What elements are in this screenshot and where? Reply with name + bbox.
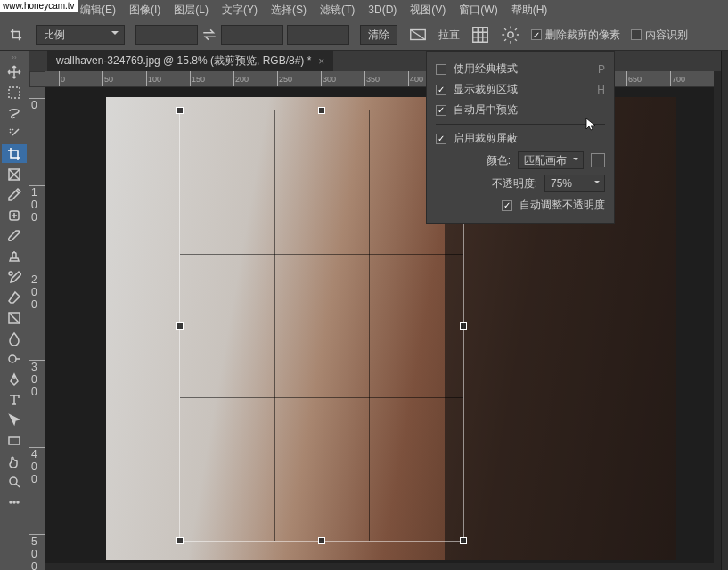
clear-button[interactable]: 清除 <box>360 25 397 45</box>
svg-point-12 <box>17 501 19 503</box>
menu-help[interactable]: 帮助(H) <box>511 3 548 18</box>
crop-handle-nw[interactable] <box>176 107 184 114</box>
option-enable-shield[interactable]: 启用裁剪屏蔽 <box>436 128 605 149</box>
shield-opacity-row: 不透明度: 75% <box>436 172 605 195</box>
option-auto-opacity[interactable]: 自动调整不透明度 <box>436 195 605 216</box>
more-tool[interactable] <box>2 493 27 511</box>
grid-line <box>274 110 275 541</box>
color-swatch[interactable] <box>591 153 605 167</box>
option-classic-mode[interactable]: 使用经典模式 P <box>436 59 605 79</box>
option-auto-center[interactable]: 自动居中预览 <box>436 100 605 120</box>
marquee-tool[interactable] <box>2 83 27 102</box>
crop-handle-se[interactable] <box>460 537 467 544</box>
svg-point-9 <box>10 477 17 484</box>
color-label: 颜色: <box>487 153 511 168</box>
gradient-tool[interactable] <box>2 308 27 327</box>
crop-handle-s[interactable] <box>318 537 325 544</box>
clone-stamp-tool[interactable] <box>2 247 27 265</box>
straighten-label: 拉直 <box>438 28 460 43</box>
delete-cropped-checkbox[interactable]: 删除裁剪的像素 <box>531 28 620 43</box>
panel-grip-icon[interactable]: ›› <box>0 53 29 61</box>
checkbox-icon <box>531 29 542 40</box>
content-aware-checkbox[interactable]: 内容识别 <box>631 28 688 43</box>
grid-line <box>369 110 370 541</box>
rectangle-tool[interactable] <box>2 431 27 450</box>
grid-line <box>180 397 463 398</box>
crop-handle-sw[interactable] <box>176 537 184 544</box>
panels-collapsed-strip[interactable] <box>721 51 728 570</box>
shortcut-label: H <box>597 84 605 96</box>
zoom-tool[interactable] <box>2 472 27 491</box>
brush-tool[interactable] <box>2 226 27 245</box>
menu-select[interactable]: 选择(S) <box>271 3 307 18</box>
document-tab-bar: wallhaven-324769.jpg @ 15.8% (裁剪预览, RGB/… <box>29 51 721 71</box>
opacity-label: 不透明度: <box>492 176 537 191</box>
crop-box[interactable] <box>179 110 464 542</box>
document-tab[interactable]: wallhaven-324769.jpg @ 15.8% (裁剪预览, RGB/… <box>47 50 333 72</box>
svg-rect-8 <box>9 437 20 444</box>
menu-bar: 编辑(E) 图像(I) 图层(L) 文字(Y) 选择(S) 滤镜(T) 3D(D… <box>0 0 728 20</box>
blur-tool[interactable] <box>2 329 27 347</box>
frame-tool[interactable] <box>2 165 27 183</box>
menu-edit[interactable]: 编辑(E) <box>80 3 116 18</box>
option-show-crop-area[interactable]: 显示裁剪区域 H <box>436 79 605 100</box>
history-brush-tool[interactable] <box>2 267 27 286</box>
separator <box>436 124 605 125</box>
shield-opacity-dropdown[interactable]: 75% <box>544 175 605 192</box>
svg-point-10 <box>10 501 12 503</box>
options-bar: 比例 清除 拉直 删除裁剪的像素 内容识别 <box>0 20 728 51</box>
menu-type[interactable]: 文字(Y) <box>222 3 258 18</box>
tools-panel: ›› <box>0 51 29 570</box>
svg-point-5 <box>9 272 12 275</box>
crop-tool-icon <box>7 26 25 44</box>
checkbox-icon <box>502 200 512 211</box>
svg-point-1 <box>508 32 513 37</box>
move-tool[interactable] <box>2 62 27 81</box>
svg-rect-2 <box>9 87 20 98</box>
crop-handle-n[interactable] <box>318 107 325 114</box>
lasso-tool[interactable] <box>2 103 27 122</box>
type-tool[interactable] <box>2 390 27 409</box>
menu-window[interactable]: 窗口(W) <box>459 3 497 18</box>
crop-handle-e[interactable] <box>460 322 467 330</box>
tab-title: wallhaven-324769.jpg @ 15.8% (裁剪预览, RGB/… <box>56 53 311 69</box>
hand-tool[interactable] <box>2 452 27 470</box>
path-selection-tool[interactable] <box>2 411 27 429</box>
menu-image[interactable]: 图像(I) <box>129 3 160 18</box>
shield-color-dropdown[interactable]: 匹配画布 <box>518 151 584 169</box>
checkbox-icon <box>436 134 446 144</box>
menu-layer[interactable]: 图层(L) <box>174 3 209 18</box>
swap-dimensions-icon[interactable] <box>201 27 217 43</box>
overlay-options-icon[interactable] <box>470 25 490 45</box>
width-input[interactable] <box>135 25 198 45</box>
crop-handle-w[interactable] <box>176 322 184 330</box>
canvas-area: wallhaven-324769.jpg @ 15.8% (裁剪预览, RGB/… <box>29 51 721 570</box>
resolution-input[interactable] <box>287 25 349 45</box>
ruler-origin[interactable] <box>29 71 45 87</box>
eyedropper-tool[interactable] <box>2 185 27 204</box>
close-icon[interactable]: × <box>318 55 324 68</box>
healing-brush-tool[interactable] <box>2 206 27 224</box>
menu-view[interactable]: 视图(V) <box>410 3 446 18</box>
menu-filter[interactable]: 滤镜(T) <box>320 3 355 18</box>
svg-point-11 <box>13 501 15 503</box>
ratio-preset-dropdown[interactable]: 比例 <box>36 25 125 45</box>
height-input[interactable] <box>221 25 283 45</box>
straighten-image-icon[interactable] <box>408 25 428 45</box>
dimensions-group <box>135 25 349 45</box>
dodge-tool[interactable] <box>2 349 27 368</box>
eraser-tool[interactable] <box>2 288 27 306</box>
checkbox-icon <box>436 85 446 95</box>
crop-options-popup: 使用经典模式 P 显示裁剪区域 H 自动居中预览 启用裁剪屏蔽 颜色: 匹配画布… <box>426 51 615 224</box>
gear-icon[interactable] <box>501 25 520 45</box>
crop-tool[interactable] <box>2 144 27 163</box>
checkbox-icon <box>436 64 446 75</box>
pen-tool[interactable] <box>2 370 27 388</box>
vertical-ruler[interactable]: 0100200300400500 <box>29 87 45 570</box>
magic-wand-tool[interactable] <box>2 124 27 142</box>
menu-3d[interactable]: 3D(D) <box>368 4 397 16</box>
cursor-icon <box>585 117 599 134</box>
svg-point-7 <box>9 355 16 362</box>
shortcut-label: P <box>598 63 605 76</box>
watermark-label: www.honeycam.tv <box>0 0 78 12</box>
